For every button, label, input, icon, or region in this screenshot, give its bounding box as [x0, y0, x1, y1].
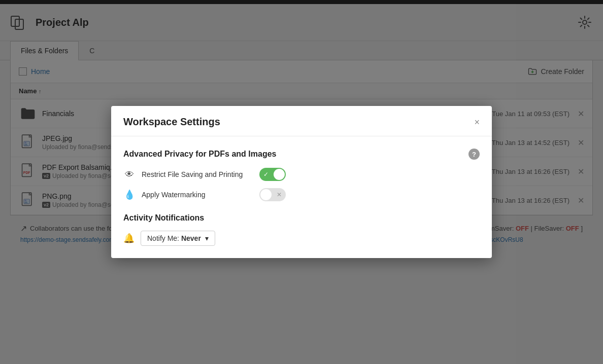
- modal-overlay: Workspace Settings × Advanced Privacy fo…: [0, 0, 603, 364]
- restrict-file-saving-toggle[interactable]: [259, 168, 286, 181]
- apply-watermarking-label: Apply Watermarking: [142, 191, 253, 199]
- modal-body: Advanced Privacy for PDFs and Images ? 👁…: [111, 136, 492, 258]
- dropdown-arrow-icon: ▾: [205, 234, 209, 242]
- activity-notifications-heading: Activity Notifications: [123, 213, 480, 223]
- modal-header: Workspace Settings ×: [111, 106, 492, 136]
- privacy-section-heading: Advanced Privacy for PDFs and Images ?: [123, 149, 480, 160]
- notify-me-dropdown[interactable]: Notify Me: Never ▾: [141, 231, 215, 246]
- watermark-icon: 💧: [123, 189, 136, 200]
- restrict-file-saving-label: Restrict File Saving and Printing: [142, 170, 253, 178]
- eye-icon: 👁: [123, 169, 136, 180]
- help-icon[interactable]: ?: [468, 149, 480, 160]
- apply-watermarking-row: 💧 Apply Watermarking: [123, 188, 480, 201]
- bell-icon: 🔔: [123, 233, 135, 244]
- activity-notifications-section: Activity Notifications 🔔 Notify Me: Neve…: [123, 213, 480, 246]
- notify-label: Notify Me: Never: [147, 234, 201, 242]
- workspace-settings-modal: Workspace Settings × Advanced Privacy fo…: [111, 106, 492, 258]
- toggle-knob: [274, 169, 285, 180]
- modal-close-button[interactable]: ×: [474, 118, 480, 127]
- notify-row: 🔔 Notify Me: Never ▾: [123, 231, 480, 246]
- toggle-knob-off: [260, 189, 272, 200]
- restrict-file-saving-row: 👁 Restrict File Saving and Printing: [123, 168, 480, 181]
- apply-watermarking-toggle[interactable]: [259, 188, 286, 201]
- modal-title: Workspace Settings: [123, 116, 220, 128]
